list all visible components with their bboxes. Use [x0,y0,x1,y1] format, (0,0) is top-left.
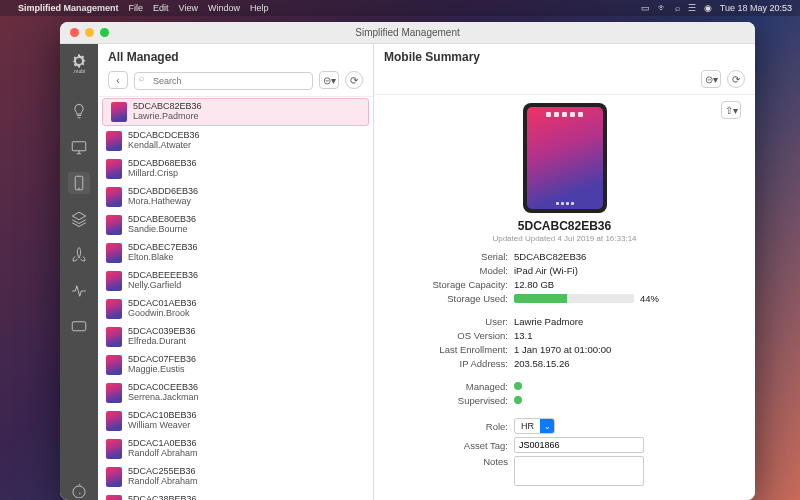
device-row[interactable]: 5DCABDD6EB36Mora.Hatheway [98,183,373,211]
device-name: 5DCABC82EB36 [388,219,741,233]
nav-settings[interactable]: .mobi [68,50,90,72]
device-thumb-icon [111,102,127,122]
device-thumb-icon [106,159,122,179]
device-row[interactable]: 5DCAC38BEB36Belle Becket [98,491,373,500]
nav-messages[interactable] [68,316,90,338]
device-thumb-icon [106,355,122,375]
menu-view[interactable]: View [179,3,198,13]
svg-rect-0 [72,142,86,151]
device-row-name: William Weaver [128,421,197,431]
storage-bar [514,294,634,303]
window-titlebar: Simplified Management [60,22,755,44]
device-thumb-icon [106,383,122,403]
device-list-title: All Managed [108,50,363,64]
model-value: iPad Air (Wi-Fi) [514,265,578,276]
device-thumb-icon [106,187,122,207]
macos-menubar: Simplified Management File Edit View Win… [0,0,800,16]
nav-desktops[interactable] [68,136,90,158]
device-row-name: Nelly.Garfield [128,281,198,291]
device-image [523,103,607,213]
menu-file[interactable]: File [129,3,144,13]
battery-icon: ▭ [641,3,650,13]
share-button[interactable]: ⇧▾ [721,101,741,119]
last-enrollment-value: 1 Jan 1970 at 01:00:00 [514,344,611,355]
mobile-summary-title: Mobile Summary [384,50,745,64]
device-row[interactable]: 5DCABD68EB36Millard.Crisp [98,155,373,183]
device-thumb-icon [106,495,122,500]
device-row[interactable]: 5DCAC10BEB36William Weaver [98,407,373,435]
app-window: Simplified Management .mobi All Managed [60,22,755,500]
storage-used-label: 44% [640,293,659,304]
window-title: Simplified Management [60,27,755,38]
device-row[interactable]: 5DCAC039EB36Elfreda.Durant [98,323,373,351]
device-row[interactable]: 5DCAC0CEEB36Serrena.Jackman [98,379,373,407]
device-row-id: 5DCAC38BEB36 [128,495,197,500]
menu-help[interactable]: Help [250,3,269,13]
device-thumb-icon [106,131,122,151]
device-row-name: Millard.Crisp [128,169,197,179]
nav-layers[interactable] [68,208,90,230]
svg-rect-1 [75,176,83,190]
search-icon[interactable]: ⌕ [675,3,680,13]
device-row-name: Kendall.Atwater [128,141,200,151]
storage-capacity-value: 12.80 GB [514,279,554,290]
control-center-icon[interactable]: ☰ [688,3,696,13]
user-value: Lawrie Padmore [514,316,583,327]
nav-ideas[interactable] [68,100,90,122]
device-thumb-icon [106,411,122,431]
device-row-name: Elton.Blake [128,253,198,263]
os-value: 13.1 [514,330,533,341]
supervised-status-dot [514,396,522,404]
filter-button[interactable]: ⊝▾ [319,71,339,89]
device-thumb-icon [106,271,122,291]
nav-deploy[interactable] [68,244,90,266]
device-row-name: Randolf Abraham [128,449,198,459]
search-input[interactable] [134,72,313,90]
device-row[interactable]: 5DCABEC7EB36Elton.Blake [98,239,373,267]
device-row[interactable]: 5DCAC07FEB36Maggie.Eustis [98,351,373,379]
notes-input[interactable] [514,456,644,486]
device-row-name: Mora.Hatheway [128,197,198,207]
device-row[interactable]: 5DCAC1A0EB36Randolf Abraham [98,435,373,463]
menu-window[interactable]: Window [208,3,240,13]
device-list-pane: All Managed ‹ ⌕ ⊝▾ ⟳ 5DCABC82EB36Lawrie.… [98,44,374,500]
menubar-app-name[interactable]: Simplified Management [18,3,119,13]
device-row-name: Maggie.Eustis [128,365,196,375]
device-thumb-icon [106,299,122,319]
device-thumb-icon [106,215,122,235]
search-icon: ⌕ [139,73,144,83]
refresh-summary-button[interactable]: ⟳ [727,70,745,88]
device-row[interactable]: 5DCABC82EB36Lawrie.Padmore [102,98,369,126]
summary-toolbar: ⊝▾ ⟳ [374,66,755,95]
wifi-icon: ᯤ [658,3,667,13]
device-row-name: Lawrie.Padmore [133,112,202,122]
role-select[interactable]: HR⌄ [514,418,555,434]
device-row-name: Randolf Abraham [128,477,198,487]
device-row-name: Serrena.Jackman [128,393,199,403]
menubar-clock[interactable]: Tue 18 May 20:53 [720,3,792,13]
device-thumb-icon [106,243,122,263]
device-row-name: Elfreda.Durant [128,337,196,347]
nav-sidebar: .mobi [60,44,98,500]
search-field[interactable]: ⌕ [134,70,313,90]
asset-tag-input[interactable] [514,437,644,453]
device-row-name: Goodwin.Brook [128,309,197,319]
device-row[interactable]: 5DCABE80EB36Sandie.Bourne [98,211,373,239]
ip-value: 203.58.15.26 [514,358,569,369]
nav-activity[interactable] [68,280,90,302]
siri-icon[interactable]: ◉ [704,3,712,13]
device-thumb-icon [106,467,122,487]
device-row[interactable]: 5DCABEEEEB36Nelly.Garfield [98,267,373,295]
menu-edit[interactable]: Edit [153,3,169,13]
device-row[interactable]: 5DCAC255EB36Randolf Abraham [98,463,373,491]
nav-mobile[interactable] [68,172,90,194]
summary-filter-button[interactable]: ⊝▾ [701,70,721,88]
serial-value: 5DCABC82EB36 [514,251,586,262]
device-row[interactable]: 5DCAC01AEB36Goodwin.Brook [98,295,373,323]
refresh-list-button[interactable]: ⟳ [345,71,363,89]
back-button[interactable]: ‹ [108,71,128,89]
device-row[interactable]: 5DCABCDCEB36Kendall.Atwater [98,127,373,155]
nav-logout[interactable] [68,478,90,500]
device-list[interactable]: 5DCABC82EB36Lawrie.Padmore5DCABCDCEB36Ke… [98,97,373,500]
device-updated: Updated Updated 4 Jul 2019 at 16:33:14 [388,234,741,243]
